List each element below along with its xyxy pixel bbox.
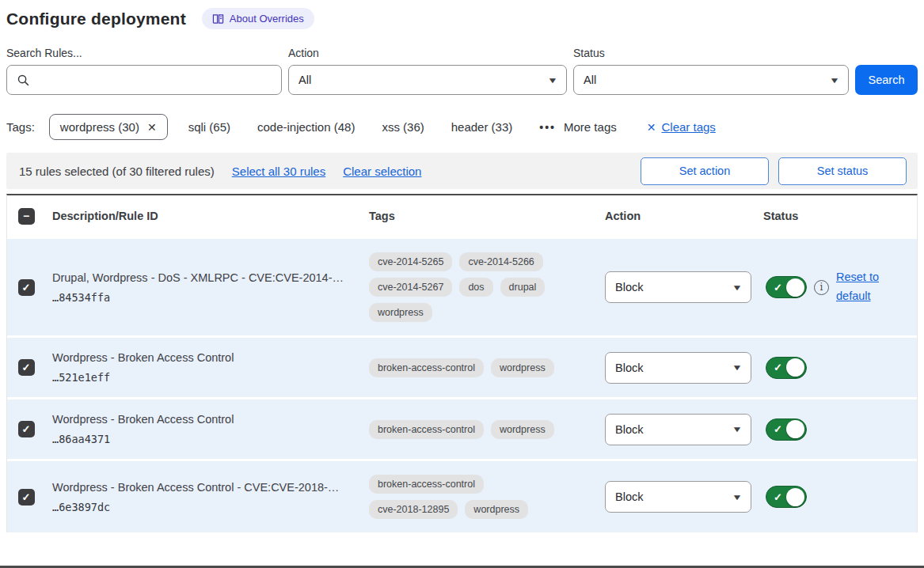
rules-table: Description/Rule ID Tags Action Status D… [6,194,918,532]
toggle-knob [786,488,804,506]
tag-item-xss[interactable]: xss (36) [382,120,424,134]
chevron-down-icon: ▼ [732,493,743,502]
table-row: Drupal, Wordpress - DoS - XMLRPC - CVE:C… [7,239,917,335]
select-all-checkbox[interactable] [18,208,35,225]
more-tags-label: More tags [564,120,617,134]
action-select[interactable]: Block ▼ [605,414,751,445]
chevron-down-icon: ▼ [732,283,743,292]
rule-description: Wordpress - Broken Access Control - CVE:… [52,481,362,494]
action-select[interactable]: Block ▼ [605,271,751,303]
check-icon: ✓ [774,423,782,435]
ellipsis-icon: ••• [539,121,556,134]
about-overrides-label: About Overrides [230,13,304,25]
status-filter-label: Status [573,47,849,59]
action-select[interactable]: Block ▼ [605,352,751,384]
row-checkbox[interactable] [18,421,35,437]
rule-description: Wordpress - Broken Access Control [52,351,362,364]
tag-pill: dos [459,278,492,297]
action-select-value: Block [615,362,643,374]
rule-id: …521e1eff [52,371,362,384]
tags-bar: Tags: wordpress (30) ✕ sqli (65) code-in… [6,114,918,140]
status-toggle[interactable]: ✓ [766,486,807,508]
search-icon [17,74,30,87]
action-filter-label: Action [288,47,567,59]
tag-item-header[interactable]: header (33) [451,120,513,134]
about-overrides-badge[interactable]: About Overrides [202,8,314,29]
toggle-knob [786,278,804,297]
tag-pill: cve-2014-5267 [369,278,452,297]
tag-pill: drupal [500,278,546,297]
check-icon: ✓ [774,282,782,293]
row-checkbox[interactable] [18,279,35,296]
table-row: Wordpress - Broken Access Control …86aa4… [7,399,917,459]
selected-tag-label: wordpress (30) [60,120,139,134]
toggle-knob [786,358,804,377]
search-button[interactable]: Search [855,65,918,95]
set-status-button[interactable]: Set status [778,157,907,185]
set-action-button[interactable]: Set action [641,157,769,185]
clear-icon: ✕ [647,121,656,134]
tag-pill: wordpress [491,420,554,439]
column-header-status: Status [756,210,917,222]
tags-label: Tags: [6,120,35,134]
table-row: Wordpress - Broken Access Control - CVE:… [7,461,917,532]
chevron-down-icon: ▼ [732,425,743,434]
clear-tags-label: Clear tags [661,120,715,134]
status-filter-select[interactable]: All ▼ [573,65,849,95]
chevron-down-icon: ▼ [732,363,743,372]
more-tags-button[interactable]: ••• More tags [539,120,616,134]
selection-summary: 15 rules selected (of 30 filtered rules) [19,165,215,178]
remove-tag-icon[interactable]: ✕ [147,121,157,134]
status-toggle[interactable]: ✓ [766,357,807,379]
column-header-description: Description/Rule ID [45,210,362,222]
clear-tags-link[interactable]: ✕ Clear tags [647,120,716,134]
check-icon: ✓ [774,491,782,503]
status-toggle[interactable]: ✓ [766,276,807,298]
tag-pill: broken-access-control [369,358,484,377]
table-row: Wordpress - Broken Access Control …521e1… [7,338,917,397]
column-header-tags: Tags [362,210,598,222]
configure-deployment-page: Configure deployment About Overrides Sea… [0,0,924,568]
reset-to-default-link[interactable]: Reset to default [836,268,887,306]
page-title: Configure deployment [6,9,186,28]
action-select-value: Block [615,490,643,503]
row-checkbox[interactable] [18,359,35,376]
clear-selection-link[interactable]: Clear selection [343,165,421,178]
rule-id: …86aa4371 [52,433,362,445]
rule-tags: broken-access-controlcve-2018-12895wordp… [369,475,579,519]
search-rules-label: Search Rules... [6,47,282,59]
rule-tags: broken-access-controlwordpress [369,420,579,439]
action-select[interactable]: Block ▼ [605,481,751,513]
table-header-row: Description/Rule ID Tags Action Status [7,195,917,237]
rule-tags: cve-2014-5265cve-2014-5266cve-2014-5267d… [369,252,579,322]
select-all-link[interactable]: Select all 30 rules [232,165,325,178]
row-checkbox[interactable] [18,489,35,506]
selected-tag-wordpress[interactable]: wordpress (30) ✕ [49,114,168,140]
rule-description: Wordpress - Broken Access Control [52,413,362,426]
check-icon: ✓ [774,362,782,373]
status-toggle[interactable]: ✓ [766,418,807,441]
rules-table-body: Drupal, Wordpress - DoS - XMLRPC - CVE:C… [7,239,917,532]
tag-item-sqli[interactable]: sqli (65) [188,120,230,134]
chevron-down-icon: ▼ [829,76,840,85]
status-filter-value: All [584,74,596,86]
tag-pill: cve-2018-12895 [369,500,458,519]
action-filter-select[interactable]: All ▼ [288,65,567,95]
book-icon [212,13,224,25]
search-input[interactable] [6,65,282,95]
page-header: Configure deployment About Overrides [6,8,918,29]
rule-id: …84534ffa [52,291,362,304]
action-filter-value: All [298,74,311,86]
rule-id: …6e3897dc [52,501,362,513]
tag-pill: cve-2014-5266 [459,252,542,271]
selection-bar: 15 rules selected (of 30 filtered rules)… [6,153,918,189]
action-select-value: Block [615,423,643,436]
filter-bar: Search Rules... Action All ▼ Status All … [6,47,918,95]
info-icon[interactable]: i [814,280,829,295]
toggle-knob [786,420,804,438]
column-header-action: Action [598,210,756,222]
tag-pill: broken-access-control [369,420,484,439]
tag-item-code-injection[interactable]: code-injection (48) [257,120,355,134]
action-select-value: Block [615,281,643,293]
rule-tags: broken-access-controlwordpress [369,358,579,377]
